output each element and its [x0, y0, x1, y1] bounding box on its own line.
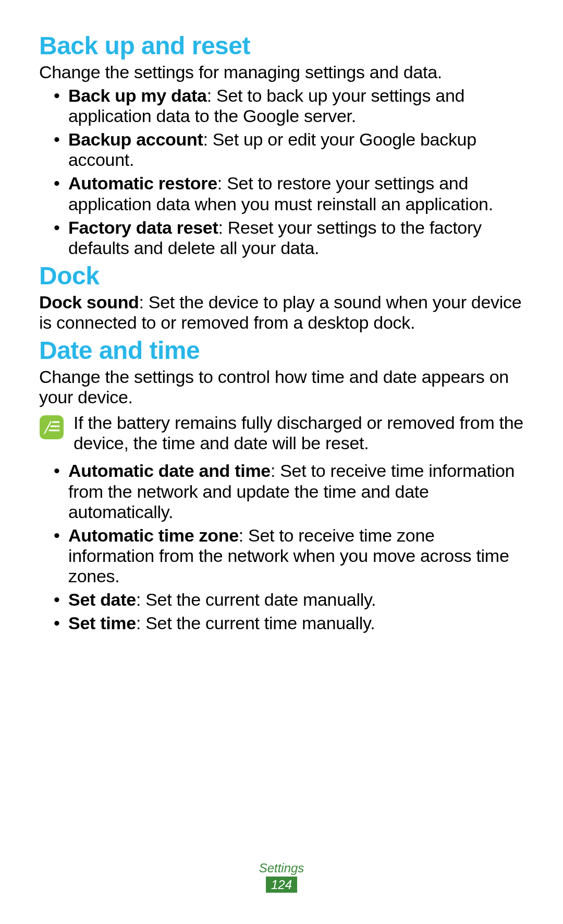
desc: : Set the current date manually.	[136, 590, 376, 609]
term: Factory data reset	[68, 218, 218, 237]
heading-date-time: Date and time	[39, 336, 524, 365]
list-item: Factory data reset: Reset your settings …	[54, 218, 524, 258]
term: Dock sound	[39, 292, 139, 312]
intro-date-time: Change the settings to control how time …	[39, 367, 524, 407]
list-backup-reset: Back up my data: Set to back up your set…	[39, 86, 524, 258]
list-item: Back up my data: Set to back up your set…	[54, 86, 524, 126]
dock-item: Dock sound: Set the device to play a sou…	[39, 292, 524, 333]
desc: : Set the current time manually.	[136, 613, 375, 633]
heading-dock: Dock	[39, 261, 524, 290]
svg-rect-0	[40, 415, 64, 439]
term: Back up my data	[68, 86, 207, 105]
page-footer: Settings 124	[0, 861, 563, 893]
note-icon	[39, 415, 64, 440]
term: Automatic time zone	[68, 525, 239, 545]
note-callout: If the battery remains fully discharged …	[39, 413, 524, 453]
intro-backup-reset: Change the settings for managing setting…	[39, 62, 524, 82]
heading-backup-reset: Back up and reset	[39, 31, 524, 60]
list-date-time: Automatic date and time: Set to receive …	[39, 461, 524, 633]
term: Automatic date and time	[68, 461, 271, 481]
list-item: Set time: Set the current time manually.	[54, 613, 524, 633]
list-item: Set date: Set the current date manually.	[54, 590, 524, 610]
term: Automatic restore	[68, 173, 217, 193]
term: Set time	[68, 613, 136, 633]
footer-page-number: 124	[266, 877, 297, 893]
list-item: Automatic date and time: Set to receive …	[54, 461, 524, 522]
manual-page: Back up and reset Change the settings fo…	[0, 0, 563, 924]
list-item: Automatic time zone: Set to receive time…	[54, 525, 524, 586]
list-item: Automatic restore: Set to restore your s…	[54, 173, 524, 214]
footer-section-name: Settings	[0, 861, 563, 875]
term: Backup account	[68, 129, 203, 149]
note-text: If the battery remains fully discharged …	[74, 413, 524, 453]
term: Set date	[68, 590, 136, 609]
list-item: Backup account: Set up or edit your Goog…	[54, 129, 524, 170]
